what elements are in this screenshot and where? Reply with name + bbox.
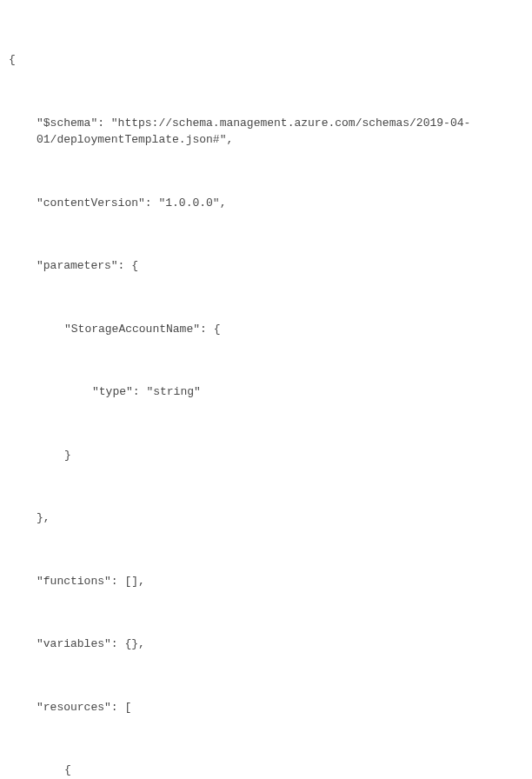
code-line: "contentVersion": "1.0.0.0", (9, 195, 523, 212)
code-line: { (9, 762, 523, 779)
code-line: { (9, 51, 523, 69)
json-code-block: { "$schema": "https://schema.management.… (9, 17, 523, 779)
code-line: "functions": [], (9, 573, 523, 590)
code-line: "StorageAccountName": { (9, 321, 523, 338)
code-line: "resources": [ (9, 699, 523, 716)
code-line: "variables": {}, (9, 636, 523, 653)
code-line: }, (9, 509, 523, 527)
code-line: "type": "string" (9, 383, 523, 401)
code-line: "$schema": "https://schema.management.az… (9, 115, 523, 149)
code-line: } (9, 447, 523, 464)
code-line: "parameters": { (9, 257, 523, 275)
